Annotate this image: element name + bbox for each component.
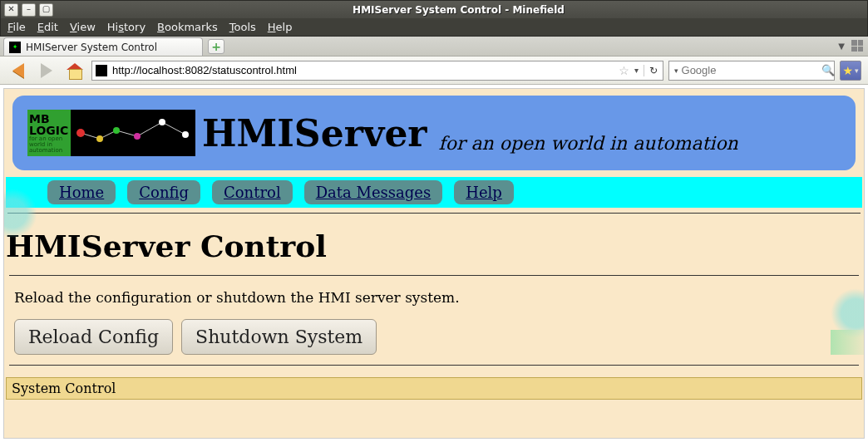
search-engine-dropdown-icon[interactable]: ▾: [674, 66, 678, 75]
separator: [7, 213, 861, 214]
window-titlebar: ✕ – ▢ HMIServer System Control - Minefie…: [0, 0, 868, 18]
window-title: HMIServer System Control - Minefield: [53, 4, 864, 16]
page-description: Reload the configuration or shutdown the…: [6, 281, 862, 314]
menu-help[interactable]: Help: [268, 21, 293, 33]
svg-point-0: [76, 129, 85, 137]
window-close-button[interactable]: ✕: [4, 3, 18, 17]
brand-title: HMIServer: [202, 112, 427, 155]
menu-bookmarks[interactable]: Bookmarks: [157, 21, 218, 33]
page-header: MB LOGIC for an open world in automation: [12, 96, 856, 170]
browser-tab[interactable]: ✦ HMIServer System Control: [3, 37, 203, 56]
window-maximize-button[interactable]: ▢: [39, 3, 53, 17]
page-content: HMIServer Control Reload the configurati…: [4, 219, 864, 403]
tab-groups-icon[interactable]: [851, 40, 863, 52]
page-footer: System Control: [6, 377, 862, 400]
nav-config[interactable]: Config: [127, 180, 200, 204]
home-icon: [67, 63, 83, 78]
menu-view[interactable]: View: [70, 21, 96, 33]
brand-tagline: for an open world in automation: [439, 133, 738, 154]
menu-edit[interactable]: Edit: [37, 21, 58, 33]
svg-point-1: [96, 135, 103, 142]
home-button[interactable]: [63, 59, 86, 82]
nav-help[interactable]: Help: [454, 180, 514, 204]
browser-toolbar: ☆ ▾ ↻ ▾ 🔍 ★▾: [0, 56, 868, 85]
svg-point-3: [134, 133, 141, 140]
logo-mblogic-text: MB LOGIC for an open world in automation: [27, 110, 71, 156]
nav-home[interactable]: Home: [47, 180, 116, 204]
decorative-stripe: [831, 330, 865, 355]
tab-title: HMIServer System Control: [26, 42, 157, 53]
bookmarks-button[interactable]: ★▾: [840, 61, 861, 81]
tab-favicon: ✦: [9, 42, 21, 53]
separator: [9, 365, 859, 366]
page-heading: HMIServer Control: [6, 222, 862, 270]
site-logo: MB LOGIC for an open world in automation: [27, 110, 195, 156]
menu-tools[interactable]: Tools: [229, 21, 256, 33]
svg-point-5: [182, 131, 189, 138]
bookmark-star-icon[interactable]: ☆: [619, 64, 629, 77]
reload-button[interactable]: ↻: [644, 65, 658, 76]
menu-file[interactable]: File: [7, 21, 26, 33]
search-icon[interactable]: 🔍: [821, 64, 835, 76]
menu-history[interactable]: History: [107, 21, 145, 33]
url-bar[interactable]: ☆ ▾ ↻: [91, 61, 663, 81]
page-nav: Home Config Control Data Messages Help: [6, 177, 862, 208]
urlbar-favicon: [96, 65, 107, 76]
window-minimize-button[interactable]: –: [22, 3, 36, 17]
shutdown-system-button[interactable]: Shutdown System: [181, 319, 377, 355]
svg-point-2: [113, 127, 120, 134]
forward-button[interactable]: [35, 59, 58, 82]
separator: [9, 275, 859, 276]
arrow-left-icon: [12, 63, 24, 78]
urlbar-dropdown-icon[interactable]: ▾: [634, 66, 639, 75]
search-bar[interactable]: ▾ 🔍: [668, 61, 835, 81]
svg-point-4: [159, 119, 165, 125]
url-input[interactable]: [112, 64, 619, 76]
browser-menubar: File Edit View History Bookmarks Tools H…: [0, 18, 868, 37]
new-tab-button[interactable]: +: [208, 39, 224, 54]
reload-config-button[interactable]: Reload Config: [14, 319, 173, 355]
nav-control[interactable]: Control: [212, 180, 293, 204]
nav-data-messages[interactable]: Data Messages: [304, 180, 443, 204]
arrow-right-icon: [41, 63, 52, 78]
logo-constellation-icon: [71, 110, 195, 156]
back-button[interactable]: [7, 59, 30, 82]
browser-viewport: MB LOGIC for an open world in automation: [0, 85, 868, 442]
search-input[interactable]: [682, 64, 821, 76]
tab-strip: ✦ HMIServer System Control + ▼: [0, 37, 868, 56]
tabs-dropdown-icon[interactable]: ▼: [838, 42, 845, 51]
page-body: MB LOGIC for an open world in automation: [3, 88, 865, 439]
